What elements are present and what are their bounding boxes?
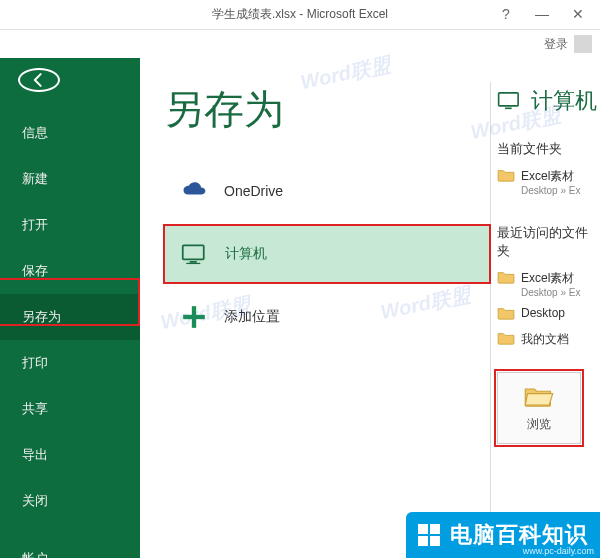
location-label: 添加位置 xyxy=(224,308,280,326)
location-add[interactable]: 添加位置 xyxy=(164,289,490,345)
location-label: OneDrive xyxy=(224,183,283,199)
nav-label: 共享 xyxy=(22,401,48,416)
nav-account[interactable]: 帐户 xyxy=(0,536,140,558)
svg-rect-0 xyxy=(183,245,204,259)
minimize-button[interactable]: — xyxy=(524,0,560,28)
window-title: 学生成绩表.xlsx - Microsoft Excel xyxy=(212,6,388,23)
nav-export[interactable]: 导出 xyxy=(0,432,140,478)
nav-label: 保存 xyxy=(22,263,48,278)
watermark-url: www.pc-daily.com xyxy=(523,546,594,556)
folder-item[interactable]: Excel素材 Desktop » Ex xyxy=(497,266,600,302)
folder-name: Desktop xyxy=(521,306,565,320)
folder-open-icon xyxy=(523,384,555,410)
backstage-sidebar: 信息 新建 打开 保存 另存为 打印 共享 导出 关闭 帐户 选项 xyxy=(0,58,140,558)
folder-icon xyxy=(497,306,515,323)
location-onedrive[interactable]: OneDrive xyxy=(164,163,490,219)
back-arrow-icon xyxy=(29,70,49,90)
svg-rect-4 xyxy=(183,315,205,319)
nav-saveas[interactable]: 另存为 xyxy=(0,294,140,340)
folder-item[interactable]: Excel素材 Desktop » Ex xyxy=(497,164,600,200)
nav-label: 打印 xyxy=(22,355,48,370)
browse-button[interactable]: 浏览 xyxy=(497,372,581,444)
nav-share[interactable]: 共享 xyxy=(0,386,140,432)
nav-save[interactable]: 保存 xyxy=(0,248,140,294)
current-folder-section: 当前文件夹 xyxy=(497,140,600,158)
svg-rect-1 xyxy=(190,261,197,263)
computer-icon xyxy=(497,91,523,111)
location-computer[interactable]: 计算机 xyxy=(164,225,490,283)
right-pane-header: 计算机 xyxy=(497,86,600,116)
svg-rect-2 xyxy=(186,263,200,264)
nav-info[interactable]: 信息 xyxy=(0,110,140,156)
location-label: 计算机 xyxy=(225,245,267,263)
help-button[interactable]: ? xyxy=(488,0,524,28)
nav-open[interactable]: 打开 xyxy=(0,202,140,248)
nav-label: 导出 xyxy=(22,447,48,462)
folder-icon xyxy=(497,331,515,348)
close-button[interactable]: ✕ xyxy=(560,0,596,28)
folder-path: Desktop » Ex xyxy=(521,185,580,196)
right-pane: 计算机 当前文件夹 Excel素材 Desktop » Ex 最近访问的文件夹 … xyxy=(490,82,600,558)
folder-name: Excel素材 xyxy=(521,270,580,287)
annotation-highlight xyxy=(163,224,491,284)
browse-label: 浏览 xyxy=(527,416,551,433)
folder-path: Desktop » Ex xyxy=(521,287,580,298)
folder-item[interactable]: Desktop xyxy=(497,302,600,327)
right-pane-title: 计算机 xyxy=(531,86,597,116)
nav-label: 信息 xyxy=(22,125,48,140)
avatar-icon[interactable] xyxy=(574,35,592,53)
folder-icon xyxy=(497,270,515,287)
computer-icon xyxy=(181,240,209,268)
login-row: 登录 xyxy=(0,30,600,58)
folder-name: 我的文档 xyxy=(521,331,569,348)
nav-new[interactable]: 新建 xyxy=(0,156,140,202)
back-button[interactable] xyxy=(18,68,60,92)
nav-close[interactable]: 关闭 xyxy=(0,478,140,524)
onedrive-icon xyxy=(180,177,208,205)
svg-rect-5 xyxy=(499,93,519,106)
login-link[interactable]: 登录 xyxy=(544,36,568,53)
add-location-icon xyxy=(180,303,208,331)
watermark-logo-icon xyxy=(418,524,440,546)
nav-label: 新建 xyxy=(22,171,48,186)
nav-print[interactable]: 打印 xyxy=(0,340,140,386)
nav-label: 打开 xyxy=(22,217,48,232)
nav-label: 帐户 xyxy=(22,551,48,558)
nav-label: 关闭 xyxy=(22,493,48,508)
folder-icon xyxy=(497,168,515,185)
nav-label: 另存为 xyxy=(22,309,61,324)
svg-rect-6 xyxy=(505,108,512,110)
title-bar: 学生成绩表.xlsx - Microsoft Excel ? — ✕ xyxy=(0,0,600,30)
recent-folders-section: 最近访问的文件夹 xyxy=(497,224,600,260)
page-title: 另存为 xyxy=(164,82,490,137)
folder-name: Excel素材 xyxy=(521,168,580,185)
folder-item[interactable]: 我的文档 xyxy=(497,327,600,352)
